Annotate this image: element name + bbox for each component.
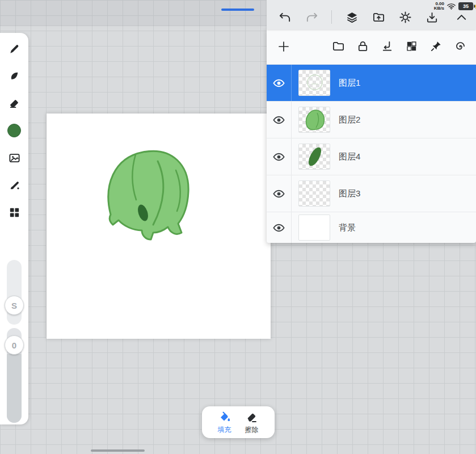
layer-row-4[interactable]: 图层3 — [267, 175, 476, 212]
smudge-icon — [8, 70, 21, 83]
settings-button[interactable] — [398, 10, 412, 24]
speed-unit: KB/s — [434, 6, 444, 11]
blue-slider-indicator — [221, 9, 254, 11]
pen-icon — [8, 43, 21, 56]
transparency-button[interactable] — [405, 40, 418, 53]
layers-button[interactable] — [345, 10, 359, 24]
smudge-tool-button[interactable] — [7, 69, 21, 83]
layers-panel-header — [267, 28, 476, 65]
pin-layer-button[interactable] — [429, 40, 443, 53]
layer-name: 图层2 — [339, 115, 360, 125]
layer-thumbnail — [298, 180, 330, 207]
erase-icon — [245, 410, 259, 424]
save-icon — [426, 11, 439, 24]
settings-gear-icon — [399, 11, 412, 24]
opacity-slider-handle[interactable]: 0 — [5, 335, 24, 355]
add-layer-button[interactable] — [277, 40, 290, 53]
redo-icon — [305, 11, 318, 24]
merge-down-button[interactable] — [380, 40, 394, 53]
pin-icon — [429, 40, 443, 53]
status-cluster: 0.00 KB/s 35 — [434, 2, 473, 11]
pen-tool-button[interactable] — [7, 42, 21, 56]
eye-icon — [272, 221, 285, 234]
thumb-green-hair — [299, 107, 330, 133]
layer-3-visibility-toggle[interactable] — [267, 138, 292, 175]
layer-4-visibility-toggle[interactable] — [267, 175, 292, 212]
shapes-tool-button[interactable] — [7, 205, 21, 219]
shapes-grid-icon — [8, 206, 21, 219]
drawing-canvas[interactable] — [47, 114, 271, 339]
opacity-slider-fill — [7, 354, 22, 423]
image-tool-button[interactable] — [7, 151, 21, 165]
thumb-sketch — [299, 70, 330, 96]
brush-icon — [8, 179, 21, 192]
layer-row-background[interactable]: 背景 — [267, 212, 476, 243]
toolbar-divider — [331, 10, 332, 24]
erase-label: 擦除 — [245, 425, 259, 435]
layer-name: 背景 — [339, 222, 356, 233]
folder-icon — [332, 40, 345, 53]
collapse-chevron-icon — [455, 11, 468, 24]
character-artwork — [47, 114, 271, 339]
fill-label: 填充 — [218, 425, 231, 435]
network-speed: 0.00 KB/s — [434, 2, 444, 11]
layer-thumbnail — [298, 107, 330, 133]
layer-row-1[interactable]: 图层1 — [267, 65, 476, 102]
battery-indicator: 35 — [458, 2, 473, 10]
undo-icon — [279, 11, 292, 24]
checkerboard-icon — [405, 40, 418, 53]
brush-tool-button[interactable] — [7, 178, 21, 192]
wifi-icon — [447, 3, 456, 10]
clipping-button[interactable] — [453, 40, 467, 53]
export-icon — [372, 11, 385, 24]
fill-mode-button[interactable]: 填充 — [218, 410, 231, 435]
layer-name: 图层1 — [339, 78, 360, 89]
layer-1-visibility-toggle[interactable] — [267, 65, 292, 101]
current-color-green — [7, 124, 21, 137]
layer-thumbnail — [298, 144, 330, 170]
save-button[interactable] — [425, 10, 439, 24]
fill-bucket-icon — [218, 410, 231, 424]
layer-row-3[interactable]: 图层4 — [267, 138, 476, 175]
size-slider-handle[interactable]: S — [5, 296, 24, 315]
layer-folder-button[interactable] — [331, 40, 345, 53]
layer-name: 图层3 — [339, 188, 360, 199]
layer-lock-button[interactable] — [356, 40, 369, 53]
layer-2-visibility-toggle[interactable] — [267, 102, 292, 138]
thumb-green-blob — [299, 144, 330, 170]
merge-down-icon — [381, 40, 394, 53]
eye-icon — [272, 150, 285, 163]
fill-erase-toolbar: 填充 擦除 — [202, 406, 275, 438]
eraser-icon — [8, 97, 21, 110]
layer-thumbnail — [298, 70, 330, 96]
eye-icon — [272, 187, 285, 200]
spiral-icon — [454, 40, 467, 53]
battery-level: 35 — [463, 3, 469, 9]
lock-icon — [356, 40, 369, 53]
layer-row-2[interactable]: 图层2 — [267, 102, 476, 138]
layer-name: 图层4 — [339, 152, 360, 162]
erase-mode-button[interactable]: 擦除 — [245, 410, 259, 435]
collapse-toolbar-button[interactable] — [454, 10, 468, 24]
eye-icon — [272, 114, 285, 127]
redo-button[interactable] — [305, 10, 318, 24]
background-visibility-toggle[interactable] — [267, 212, 292, 243]
layer-thumbnail — [298, 215, 330, 241]
export-button[interactable] — [372, 10, 385, 24]
eraser-tool-button[interactable] — [7, 96, 21, 110]
layers-panel: 图层1 图层2 图层4 — [267, 28, 476, 243]
eye-icon — [272, 77, 285, 90]
image-icon — [8, 152, 21, 165]
color-swatch-button[interactable] — [7, 124, 21, 137]
layers-icon — [346, 11, 359, 24]
bottom-scroll-indicator — [91, 449, 145, 452]
left-tool-panel: S 0 — [0, 33, 28, 424]
add-layer-icon — [277, 39, 290, 54]
undo-button[interactable] — [278, 10, 292, 24]
